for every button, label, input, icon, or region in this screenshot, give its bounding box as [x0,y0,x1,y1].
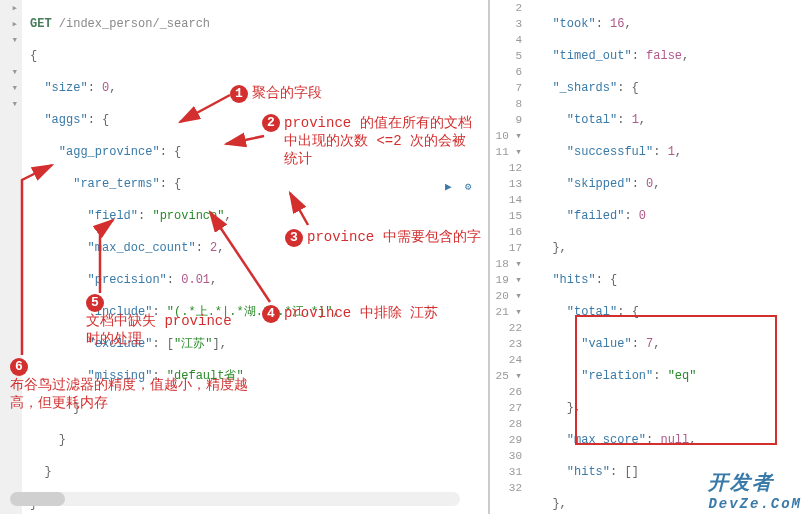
request-code-block[interactable]: GET /index_person/_search { "size": 0, "… [0,0,488,514]
right-gutter: 23456789 10 ▾11 ▾121314151617 18 ▾19 ▾20… [490,0,528,496]
http-method-get: GET [30,17,52,31]
result-highlight-box [575,315,777,445]
left-gutter: ▸▸ ▾ ▾▾ ▾ [0,0,22,514]
right-response-pane[interactable]: 23456789 10 ▾11 ▾121314151617 18 ▾19 ▾20… [490,0,804,514]
horizontal-scrollbar[interactable] [10,492,460,506]
left-code-editor[interactable]: ▸▸ ▾ ▾▾ ▾ GET /index_person/_search { "s… [0,0,490,514]
request-path: /index_person/_search [52,17,210,31]
scroll-thumb[interactable] [10,492,65,506]
run-actions[interactable]: ▶ ⚙ [445,180,471,193]
watermark: 开发者 DevZe.CoM [708,469,802,512]
